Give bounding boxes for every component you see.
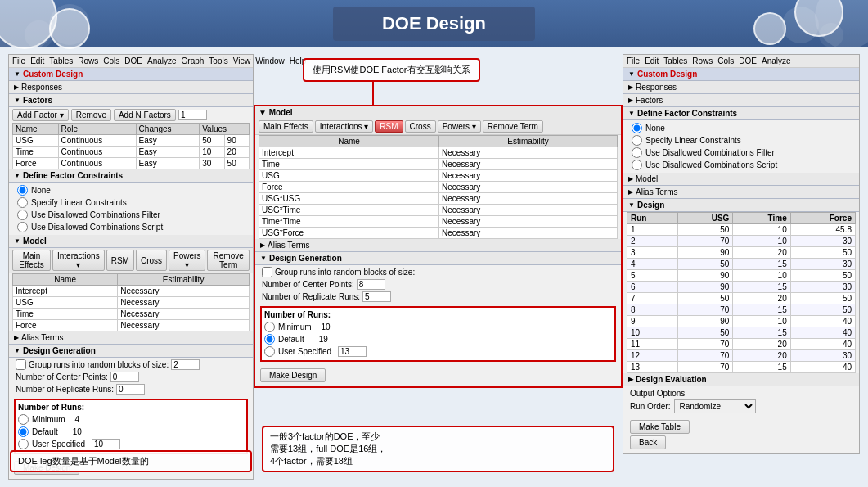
user-runs-input-m[interactable] (338, 346, 367, 357)
btn-remove-term[interactable]: Remove Term (207, 250, 250, 271)
table-row[interactable]: 2701030 (627, 236, 856, 247)
table-row[interactable]: USG*TimeNecessary (259, 205, 618, 216)
design-gen-header-m[interactable]: ▼ Design Generation (255, 252, 621, 265)
add-n-btn[interactable]: Add N Factors (114, 109, 176, 121)
menu-tables-r[interactable]: Tables (663, 56, 687, 65)
menu-file-r[interactable]: File (627, 56, 640, 65)
table-row[interactable]: 11702040 (627, 339, 856, 350)
menu-cols[interactable]: Cols (103, 56, 119, 65)
table-row[interactable]: USGNecessary (13, 297, 250, 309)
run-order-select[interactable]: Randomize Sequential Keep the Same (674, 399, 756, 413)
btn-cross[interactable]: Cross (136, 250, 167, 271)
menu-file[interactable]: File (12, 56, 25, 65)
model-header[interactable]: ▼ Model (9, 235, 253, 248)
table-row[interactable]: USG Continuous Easy 50 90 (13, 135, 250, 147)
group-runs-checkbox[interactable] (16, 359, 26, 370)
alias-header-m[interactable]: ▶ Alias Terms (255, 239, 621, 252)
factors-header-r[interactable]: ▶ Factors (623, 94, 859, 107)
radio-filter[interactable]: Use Disallowed Combinations Filter (17, 209, 245, 221)
radio-script-r[interactable]: Use Disallowed Combinations Script (632, 159, 851, 171)
responses-header[interactable]: ▶ Responses (9, 81, 253, 94)
menu-doe[interactable]: DOE (124, 56, 142, 65)
menu-analyze-r[interactable]: Analyze (762, 56, 791, 65)
custom-design-header-r[interactable]: ▼ Custom Design (623, 68, 859, 81)
block-size-input[interactable] (171, 359, 200, 370)
define-constraints-header[interactable]: ▼ Define Factor Constraints (9, 169, 253, 183)
menu-edit-r[interactable]: Edit (645, 56, 659, 65)
btn-main-effects[interactable]: Main Effects (12, 250, 51, 271)
make-table-btn[interactable]: Make Table (630, 420, 690, 434)
factors-header[interactable]: ▼ Factors (9, 94, 253, 107)
table-row[interactable]: 13701540 (627, 362, 856, 373)
menu-graph[interactable]: Graph (182, 56, 205, 65)
table-row[interactable]: USG*ForceNecessary (259, 228, 618, 239)
radio-script[interactable]: Use Disallowed Combinations Script (17, 221, 245, 233)
table-row[interactable]: TimeNecessary (13, 309, 250, 320)
radio-minimum[interactable]: Minimum 4 (18, 413, 244, 426)
radio-none-r[interactable]: None (632, 122, 851, 134)
table-row[interactable]: 6901530 (627, 282, 856, 293)
radio-min-m[interactable]: Minimum 10 (264, 321, 612, 333)
btn-main-effects-m[interactable]: Main Effects (259, 120, 313, 133)
alias-header-r[interactable]: ▶ Alias Terms (623, 186, 859, 199)
radio-def-m[interactable]: Default 19 (264, 333, 612, 345)
table-row[interactable]: 3902050 (627, 247, 856, 259)
table-row[interactable]: InterceptNecessary (259, 147, 618, 159)
btn-interactions-m[interactable]: Interactions ▾ (315, 120, 373, 133)
table-row[interactable]: Time Continuous Easy 10 20 (13, 147, 250, 158)
btn-interactions[interactable]: Interactions ▾ (52, 250, 105, 271)
menu-edit[interactable]: Edit (30, 56, 44, 65)
custom-design-header[interactable]: ▼ Custom Design (9, 68, 253, 81)
radio-none[interactable]: None (17, 184, 245, 196)
radio-filter-r[interactable]: Use Disallowed Combinations Filter (632, 147, 851, 159)
design-gen-header[interactable]: ▼ Design Generation (9, 345, 253, 358)
make-design-btn-m[interactable]: Make Design (260, 368, 326, 382)
define-constraints-header-r[interactable]: ▼ Define Factor Constraints (623, 107, 859, 120)
table-row[interactable]: 10501540 (627, 327, 856, 339)
design-eval-header[interactable]: ▶ Design Evaluation (623, 373, 859, 386)
menu-cols-r[interactable]: Cols (717, 56, 734, 65)
btn-remove-term-m[interactable]: Remove Term (483, 120, 543, 133)
center-pts-input-m[interactable] (357, 279, 385, 290)
replicate-runs-input-m[interactable] (362, 291, 391, 302)
design-header-r[interactable]: ▼ Design (623, 199, 859, 212)
btn-powers[interactable]: Powers ▾ (169, 250, 205, 271)
table-row[interactable]: Time*TimeNecessary (259, 216, 618, 228)
table-row[interactable]: USGNecessary (259, 170, 618, 182)
table-row[interactable]: 4501530 (627, 259, 856, 270)
replicate-runs-input[interactable] (116, 384, 145, 395)
table-row[interactable]: 5901050 (627, 270, 856, 282)
table-row[interactable]: InterceptNecessary (13, 286, 250, 297)
menu-rows[interactable]: Rows (78, 56, 98, 65)
menu-doe-r[interactable]: DOE (739, 56, 757, 65)
center-pts-input[interactable] (110, 372, 139, 382)
table-row[interactable]: Force Continuous Easy 30 50 (13, 158, 250, 169)
table-row[interactable]: 9901040 (627, 316, 856, 327)
back-btn[interactable]: Back (630, 435, 666, 449)
menu-tables[interactable]: Tables (49, 56, 73, 65)
menu-rows-r[interactable]: Rows (692, 56, 713, 65)
btn-powers-m[interactable]: Powers ▾ (438, 120, 481, 133)
table-row[interactable]: TimeNecessary (259, 159, 618, 170)
table-row[interactable]: ForceNecessary (259, 182, 618, 193)
table-row[interactable]: 12702030 (627, 350, 856, 362)
btn-rsm-m[interactable]: RSM (375, 120, 403, 133)
table-row[interactable]: 8701550 (627, 304, 856, 316)
group-runs-cb-m[interactable] (262, 267, 272, 277)
user-runs-input[interactable] (92, 439, 120, 449)
table-row[interactable]: ForceNecessary (13, 320, 250, 331)
radio-linear-r[interactable]: Specify Linear Constraints (632, 134, 851, 147)
responses-header-r[interactable]: ▶ Responses (623, 81, 859, 94)
table-row[interactable]: 7502050 (627, 293, 856, 304)
menu-view[interactable]: View (233, 56, 251, 65)
alias-header[interactable]: ▶ Alias Terms (9, 331, 253, 345)
btn-cross-m[interactable]: Cross (405, 120, 436, 133)
model-header-r[interactable]: ▶ Model (623, 173, 859, 186)
btn-rsm[interactable]: RSM (106, 250, 134, 271)
menu-tools[interactable]: Tools (209, 56, 227, 65)
radio-user-m[interactable]: User Specified (264, 345, 612, 358)
radio-linear[interactable]: Specify Linear Constraints (17, 196, 245, 209)
add-factor-btn[interactable]: Add Factor ▾ (12, 109, 69, 121)
radio-user[interactable]: User Specified (18, 438, 244, 450)
table-row[interactable]: USG*USGNecessary (259, 193, 618, 205)
